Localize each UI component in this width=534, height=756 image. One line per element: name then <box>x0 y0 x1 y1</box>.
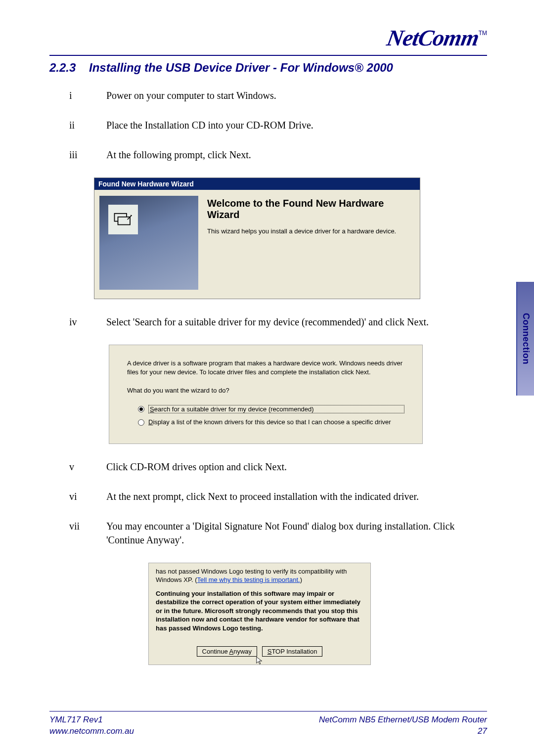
brand-logo: NetCommTM <box>49 25 487 51</box>
brand-tm: TM <box>479 30 487 37</box>
step-text: Click CD-ROM drives option and click Nex… <box>106 460 487 474</box>
step-iv: iv Select 'Search for a suitable driver … <box>69 315 487 329</box>
step-num: iii <box>69 148 106 162</box>
step-num: v <box>69 460 106 474</box>
radio-icon <box>138 419 144 426</box>
footer-right: NetComm NB5 Ethernet/USB Modem Router 27 <box>319 714 487 737</box>
wizard-desc: This wizard helps you install a device d… <box>207 227 413 236</box>
step-iii: iii At the following prompt, click Next. <box>69 148 487 162</box>
dialog-intro: has not passed Windows Logo testing to v… <box>156 567 363 584</box>
step-vii: vii You may encounter a 'Digital Signatu… <box>69 519 487 547</box>
page-number: 27 <box>319 726 487 737</box>
brand-name: NetComm <box>385 25 481 51</box>
step-num: vii <box>69 519 106 547</box>
wizard-titlebar: Found New Hardware Wizard <box>94 178 420 190</box>
footer-left: YML717 Rev1 www.netcomm.com.au <box>49 714 134 737</box>
radio-label: Search for a suitable driver for my devi… <box>148 405 404 413</box>
step-text: Select 'Search for a suitable driver for… <box>106 315 487 329</box>
svg-rect-1 <box>118 217 131 225</box>
step-text: At the next prompt, click Next to procee… <box>106 489 487 503</box>
device-icon <box>108 205 138 234</box>
radio-icon <box>138 406 144 412</box>
wizard-question: What do you want the wizard to do? <box>127 386 404 395</box>
step-text: Power on your computer to start Windows. <box>106 89 487 102</box>
step-text: Place the Installation CD into your CD-R… <box>106 118 487 132</box>
wizard-welcome-screenshot: Found New Hardware Wizard Welcome to the… <box>94 178 420 299</box>
wizard-search-screenshot: A device driver is a software program th… <box>109 345 423 444</box>
step-v: v Click CD-ROM drives option and click N… <box>69 460 487 474</box>
step-ii: ii Place the Installation CD into your C… <box>69 118 487 132</box>
section-heading: 2.2.3Installing the USB Device Driver - … <box>49 61 487 75</box>
step-num: i <box>69 89 106 102</box>
page-footer: YML717 Rev1 www.netcomm.com.au NetComm N… <box>49 711 487 737</box>
radio-search-recommended[interactable]: Search for a suitable driver for my devi… <box>138 405 404 413</box>
side-tab-label: Connection <box>521 313 531 364</box>
cursor-icon <box>256 656 265 665</box>
step-vi: vi At the next prompt, click Next to pro… <box>69 489 487 503</box>
step-i: i Power on your computer to start Window… <box>69 89 487 102</box>
logo-testing-dialog: has not passed Windows Logo testing to v… <box>148 563 371 666</box>
doc-url: www.netcomm.com.au <box>49 726 134 737</box>
radio-display-list[interactable]: Display a list of the known drivers for … <box>138 418 404 426</box>
product-name: NetComm NB5 Ethernet/USB Modem Router <box>319 714 487 726</box>
header-rule <box>49 55 487 56</box>
wizard-body: Welcome to the Found New Hardware Wizard… <box>207 196 413 290</box>
wizard-intro: A device driver is a software program th… <box>127 359 404 376</box>
step-num: vi <box>69 489 106 503</box>
radio-label: Display a list of the known drivers for … <box>148 418 404 426</box>
dialog-warning: Continuing your installation of this sof… <box>156 589 363 633</box>
doc-rev: YML717 Rev1 <box>49 714 134 726</box>
step-text: You may encounter a 'Digital Signature N… <box>106 519 487 547</box>
step-num: ii <box>69 118 106 132</box>
stop-installation-button[interactable]: STOP Installation <box>262 646 323 657</box>
section-title-text: Installing the USB Device Driver - For W… <box>89 61 393 74</box>
why-testing-link[interactable]: Tell me why this testing is important. <box>197 576 300 583</box>
side-tab-connection: Connection <box>516 282 534 396</box>
step-num: iv <box>69 315 106 329</box>
wizard-heading: Welcome to the Found New Hardware Wizard <box>207 198 413 221</box>
section-number: 2.2.3 <box>49 61 89 75</box>
wizard-sidebar-image <box>99 196 198 290</box>
continue-anyway-button[interactable]: Continue Anyway <box>197 646 257 657</box>
step-text: At the following prompt, click Next. <box>106 148 487 162</box>
footer-rule <box>49 711 487 712</box>
